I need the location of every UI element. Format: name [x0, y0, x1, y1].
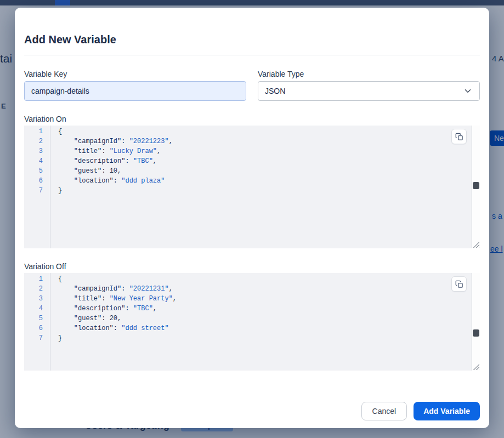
line-number: 4	[24, 304, 50, 314]
code-line: "campaignId": "20221223",	[58, 136, 480, 146]
variable-type-value: JSON	[265, 87, 285, 95]
add-variable-modal: Add New Variable Variable Key Variable T…	[15, 8, 489, 428]
variation-off-label: Variation Off	[24, 261, 480, 271]
editor-scrollbar	[472, 273, 480, 371]
line-number: 1	[24, 127, 50, 136]
line-number: 3	[24, 146, 50, 156]
line-number: 5	[24, 166, 50, 176]
modal-footer: Cancel Add Variable	[361, 402, 480, 420]
code-line: "location": "ddd street"	[58, 323, 480, 333]
chevron-down-icon	[463, 86, 473, 96]
line-number: 2	[24, 284, 50, 294]
code-line: "description": "TBC",	[58, 156, 480, 166]
variable-key-label: Variable Key	[24, 69, 246, 79]
variable-type-field-group: Variable Type JSON	[258, 69, 480, 101]
code-editor-body: 1234567 { "campaignId": "20221231", "tit…	[24, 273, 480, 371]
code-lines[interactable]: { "campaignId": "20221231", "title": "Ne…	[50, 273, 480, 371]
line-number: 4	[24, 156, 50, 166]
variation-on-editor[interactable]: 1234567 { "campaignId": "20221223", "tit…	[24, 126, 480, 248]
line-number: 3	[24, 294, 50, 304]
variable-form-row: Variable Key Variable Type JSON	[24, 69, 480, 101]
code-line: "guest": 20,	[58, 314, 480, 323]
copy-button[interactable]	[451, 276, 467, 292]
code-line: "campaignId": "20221231",	[58, 284, 480, 294]
code-line: }	[58, 186, 480, 196]
line-number: 6	[24, 323, 50, 333]
line-number: 7	[24, 186, 50, 196]
copy-button[interactable]	[451, 129, 467, 144]
scrollbar-thumb[interactable]	[473, 182, 479, 189]
editor-scrollbar	[472, 126, 480, 248]
line-number: 2	[24, 136, 50, 146]
code-line: "location": "ddd plaza"	[58, 176, 480, 186]
variation-off-editor[interactable]: 1234567 { "campaignId": "20221231", "tit…	[24, 273, 480, 371]
variable-key-field-group: Variable Key	[24, 69, 246, 101]
line-numbers: 1234567	[24, 273, 50, 371]
add-variable-button[interactable]: Add Variable	[414, 402, 480, 420]
code-line: "title": "Lucky Draw",	[58, 146, 480, 156]
line-number: 5	[24, 314, 50, 323]
modal-title: Add New Variable	[24, 33, 480, 46]
scrollbar-thumb[interactable]	[473, 329, 479, 337]
line-number: 7	[24, 333, 50, 343]
code-line: {	[58, 127, 480, 136]
copy-icon	[455, 133, 463, 141]
code-lines[interactable]: { "campaignId": "20221223", "title": "Lu…	[50, 126, 480, 248]
code-line: "guest": 10,	[58, 166, 480, 176]
variable-type-select[interactable]: JSON	[258, 81, 480, 101]
code-editor-body: 1234567 { "campaignId": "20221223", "tit…	[24, 126, 480, 248]
title-divider	[24, 55, 480, 55]
variable-key-input[interactable]	[24, 81, 246, 101]
variation-on-label: Variation On	[24, 114, 480, 124]
cancel-button[interactable]: Cancel	[361, 402, 407, 420]
line-numbers: 1234567	[24, 126, 50, 248]
line-number: 1	[24, 274, 50, 284]
variable-type-label: Variable Type	[258, 69, 480, 79]
code-line: }	[58, 333, 480, 343]
code-line: "description": "TBC",	[58, 304, 480, 314]
code-line: "title": "New Year Party",	[58, 294, 480, 304]
line-number: 6	[24, 176, 50, 186]
copy-icon	[455, 280, 463, 288]
code-line: {	[58, 274, 480, 284]
